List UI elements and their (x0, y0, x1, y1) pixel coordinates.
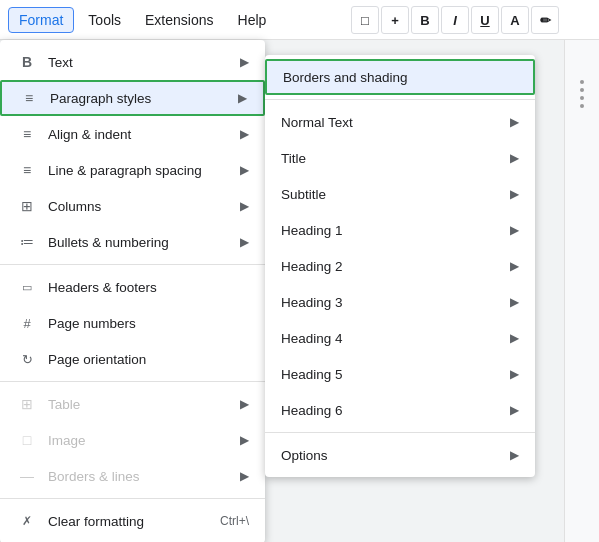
borders-lines-icon: — (16, 468, 38, 484)
heading6-label: Heading 6 (281, 403, 510, 418)
top-menu: Format Tools Extensions Help (8, 7, 276, 33)
heading2-label: Heading 2 (281, 259, 510, 274)
normal-text-label: Normal Text (281, 115, 510, 130)
align-indent-label: Align & indent (48, 127, 240, 142)
menu-item-borders-shading[interactable]: Borders and shading (265, 59, 535, 95)
options-arrow: ▶ (510, 448, 519, 462)
paragraph-styles-arrow: ▶ (238, 91, 247, 105)
divider-2 (0, 381, 265, 382)
menu-item-heading1[interactable]: Heading 1 ▶ (265, 212, 535, 248)
menu-item-borders-lines: — Borders & lines ▶ (0, 458, 265, 494)
menu-item-heading4[interactable]: Heading 4 ▶ (265, 320, 535, 356)
line-spacing-arrow: ▶ (240, 163, 249, 177)
bold-icon[interactable]: B (411, 6, 439, 34)
dot-4 (580, 104, 584, 108)
menu-item-heading6[interactable]: Heading 6 ▶ (265, 392, 535, 428)
text-arrow: ▶ (240, 55, 249, 69)
page-orientation-label: Page orientation (48, 352, 249, 367)
paragraph-styles-icon: ≡ (18, 90, 40, 106)
dot-2 (580, 88, 584, 92)
format-menu[interactable]: Format (8, 7, 74, 33)
page-numbers-icon: # (16, 316, 38, 331)
text-label: Text (48, 55, 240, 70)
table-icon: ⊞ (16, 396, 38, 412)
primary-dropdown-menu: B Text ▶ ≡ Paragraph styles ▶ ≡ Align & … (0, 40, 265, 542)
menu-item-subtitle[interactable]: Subtitle ▶ (265, 176, 535, 212)
headers-footers-label: Headers & footers (48, 280, 249, 295)
menu-item-table: ⊞ Table ▶ (0, 386, 265, 422)
bullets-arrow: ▶ (240, 235, 249, 249)
dot-3 (580, 96, 584, 100)
subtitle-label: Subtitle (281, 187, 510, 202)
borders-shading-label: Borders and shading (283, 70, 517, 85)
box-icon[interactable]: □ (351, 6, 379, 34)
menu-item-text[interactable]: B Text ▶ (0, 44, 265, 80)
italic-icon[interactable]: I (441, 6, 469, 34)
sub-divider-2 (265, 432, 535, 433)
options-label: Options (281, 448, 510, 463)
heading4-arrow: ▶ (510, 331, 519, 345)
menu-item-normal-text[interactable]: Normal Text ▶ (265, 104, 535, 140)
menu-item-clear-formatting[interactable]: ✗ Clear formatting Ctrl+\ (0, 503, 265, 539)
columns-label: Columns (48, 199, 240, 214)
text-bold-icon: B (16, 54, 38, 70)
pencil-icon[interactable]: ✏ (531, 6, 559, 34)
heading4-label: Heading 4 (281, 331, 510, 346)
menu-item-options[interactable]: Options ▶ (265, 437, 535, 473)
menu-item-heading2[interactable]: Heading 2 ▶ (265, 248, 535, 284)
image-icon: □ (16, 432, 38, 448)
menu-item-page-orientation[interactable]: ↻ Page orientation (0, 341, 265, 377)
plus-icon[interactable]: + (381, 6, 409, 34)
bullets-icon: ≔ (16, 234, 38, 250)
page-orientation-icon: ↻ (16, 352, 38, 367)
tools-menu[interactable]: Tools (78, 8, 131, 32)
menu-item-heading3[interactable]: Heading 3 ▶ (265, 284, 535, 320)
clear-formatting-label: Clear formatting (48, 514, 220, 529)
image-arrow: ▶ (240, 433, 249, 447)
heading3-label: Heading 3 (281, 295, 510, 310)
title-label: Title (281, 151, 510, 166)
menu-item-headers-footers[interactable]: ▭ Headers & footers (0, 269, 265, 305)
menu-item-page-numbers[interactable]: # Page numbers (0, 305, 265, 341)
sub-divider-1 (265, 99, 535, 100)
subtitle-arrow: ▶ (510, 187, 519, 201)
heading2-arrow: ▶ (510, 259, 519, 273)
divider-3 (0, 498, 265, 499)
page-numbers-label: Page numbers (48, 316, 249, 331)
toolbar-icons: □ + B I U A ✏ (351, 6, 559, 34)
menu-item-line-spacing[interactable]: ≡ Line & paragraph spacing ▶ (0, 152, 265, 188)
align-icon: ≡ (16, 126, 38, 142)
menu-item-columns[interactable]: ⊞ Columns ▶ (0, 188, 265, 224)
columns-arrow: ▶ (240, 199, 249, 213)
align-indent-arrow: ▶ (240, 127, 249, 141)
menu-item-align-indent[interactable]: ≡ Align & indent ▶ (0, 116, 265, 152)
table-arrow: ▶ (240, 397, 249, 411)
heading1-arrow: ▶ (510, 223, 519, 237)
underline-icon[interactable]: U (471, 6, 499, 34)
image-label: Image (48, 433, 240, 448)
heading5-arrow: ▶ (510, 367, 519, 381)
menu-item-paragraph-styles[interactable]: ≡ Paragraph styles ▶ (0, 80, 265, 116)
line-spacing-icon: ≡ (16, 162, 38, 178)
headers-icon: ▭ (16, 281, 38, 294)
line-spacing-label: Line & paragraph spacing (48, 163, 240, 178)
extensions-menu[interactable]: Extensions (135, 8, 223, 32)
help-menu[interactable]: Help (228, 8, 277, 32)
borders-lines-arrow: ▶ (240, 469, 249, 483)
menu-bar: Format Tools Extensions Help □ + B I U A… (0, 0, 599, 40)
secondary-dropdown-menu: Borders and shading Normal Text ▶ Title … (265, 55, 535, 477)
heading5-label: Heading 5 (281, 367, 510, 382)
menu-item-heading5[interactable]: Heading 5 ▶ (265, 356, 535, 392)
right-panel (564, 0, 599, 542)
font-color-icon[interactable]: A (501, 6, 529, 34)
title-arrow: ▶ (510, 151, 519, 165)
columns-icon: ⊞ (16, 198, 38, 214)
dot-1 (580, 80, 584, 84)
clear-formatting-shortcut: Ctrl+\ (220, 514, 249, 528)
divider-1 (0, 264, 265, 265)
heading3-arrow: ▶ (510, 295, 519, 309)
heading6-arrow: ▶ (510, 403, 519, 417)
normal-text-arrow: ▶ (510, 115, 519, 129)
menu-item-title[interactable]: Title ▶ (265, 140, 535, 176)
menu-item-bullets[interactable]: ≔ Bullets & numbering ▶ (0, 224, 265, 260)
